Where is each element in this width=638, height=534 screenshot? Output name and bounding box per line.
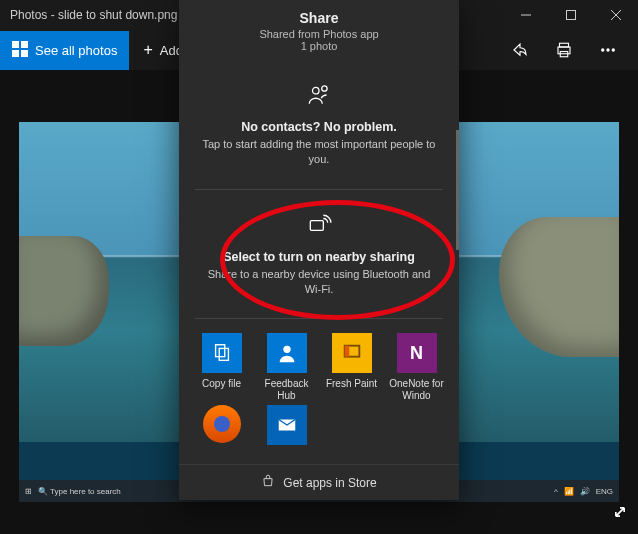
app-mail[interactable] <box>256 405 317 450</box>
svg-rect-4 <box>21 50 28 57</box>
share-button[interactable] <box>498 30 542 70</box>
firefox-icon <box>203 405 241 443</box>
contacts-text: Tap to start adding the most important p… <box>199 137 439 167</box>
share-panel: Share Shared from Photos app 1 photo No … <box>179 0 459 500</box>
nearby-heading: Select to turn on nearby sharing <box>199 250 439 264</box>
resize-handle-icon[interactable] <box>610 502 630 526</box>
minimize-button[interactable] <box>503 0 548 30</box>
maximize-button[interactable] <box>548 0 593 30</box>
svg-rect-2 <box>21 41 28 48</box>
photo-detail <box>19 236 109 346</box>
onenote-icon: N <box>397 333 437 373</box>
scrollbar-thumb[interactable] <box>456 130 459 250</box>
svg-rect-3 <box>12 50 19 57</box>
nearby-sharing-block[interactable]: Select to turn on nearby sharing Share t… <box>191 190 447 319</box>
more-button[interactable] <box>586 30 630 70</box>
window-controls <box>503 0 638 30</box>
nearby-text: Share to a nearby device using Bluetooth… <box>199 267 439 297</box>
contacts-block[interactable]: No contacts? No problem. Tap to start ad… <box>191 60 447 189</box>
share-header: Share Shared from Photos app 1 photo <box>179 0 459 60</box>
plus-icon: + <box>143 41 152 59</box>
svg-point-16 <box>283 346 290 353</box>
get-apps-button[interactable]: Get apps in Store <box>179 464 459 500</box>
svg-rect-13 <box>310 220 323 230</box>
share-title: Share <box>191 10 447 26</box>
nearby-share-icon <box>306 224 332 241</box>
close-button[interactable] <box>593 0 638 30</box>
mail-icon <box>267 405 307 445</box>
store-icon <box>261 474 275 491</box>
contacts-heading: No contacts? No problem. <box>199 120 439 134</box>
svg-rect-14 <box>215 345 224 357</box>
app-feedback-hub[interactable]: Feedback Hub <box>256 333 317 401</box>
photos-grid-icon <box>12 41 28 60</box>
copy-icon <box>202 333 242 373</box>
person-icon <box>267 333 307 373</box>
svg-point-11 <box>313 87 320 94</box>
get-apps-label: Get apps in Store <box>283 476 376 490</box>
share-subtitle: Shared from Photos app <box>191 28 447 40</box>
people-icon <box>306 94 332 111</box>
svg-rect-15 <box>219 349 228 361</box>
see-all-label: See all photos <box>35 43 117 58</box>
share-count: 1 photo <box>191 40 447 52</box>
app-fresh-paint[interactable]: Fresh Paint <box>321 333 382 401</box>
svg-rect-1 <box>12 41 19 48</box>
svg-point-10 <box>612 49 614 51</box>
svg-point-12 <box>322 86 327 91</box>
svg-point-9 <box>607 49 609 51</box>
svg-rect-0 <box>566 11 575 20</box>
share-apps-grid: Copy file Feedback Hub Fresh Paint N One… <box>191 319 447 456</box>
print-button[interactable] <box>542 30 586 70</box>
see-all-photos-button[interactable]: See all photos <box>0 31 129 70</box>
svg-rect-18 <box>344 346 349 357</box>
app-copy-file[interactable]: Copy file <box>191 333 252 401</box>
app-onenote[interactable]: N OneNote for Windo <box>386 333 447 401</box>
svg-point-8 <box>602 49 604 51</box>
paint-icon <box>332 333 372 373</box>
photo-detail <box>499 217 619 357</box>
app-firefox[interactable] <box>191 405 252 450</box>
